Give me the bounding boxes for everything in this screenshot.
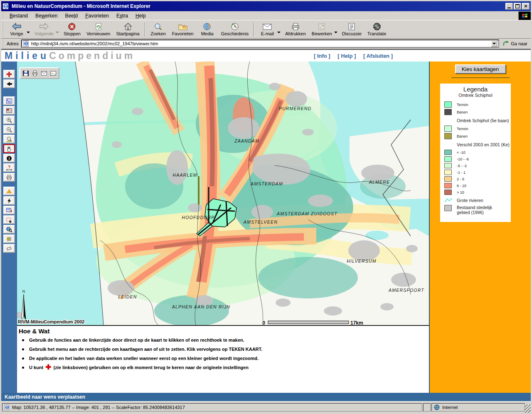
grid-highlight-icon [6, 236, 12, 242]
print-map-button[interactable] [30, 69, 39, 77]
go-button[interactable]: Ga naar [499, 40, 531, 47]
address-url[interactable]: http://milntj34.rivm.nl/website/mc2002/m… [31, 41, 491, 46]
legend-item-rivers: Grote rivieren [444, 197, 511, 203]
menu-favorieten[interactable]: Favorieten [81, 12, 113, 20]
info-link[interactable]: [ Info ] [314, 53, 330, 59]
legend-swatch [444, 176, 452, 182]
standard-toolbar: Vorige Volgende Stoppen Vernieuwen Start… [1, 20, 531, 39]
menu-bestand[interactable]: Bestand [6, 12, 32, 20]
legend-item: -1 - 1 [444, 170, 511, 175]
address-bar: Adres http://milntj34.rivm.nl/website/mc… [1, 39, 531, 49]
back-button[interactable]: Vorige [6, 21, 27, 38]
exit-link[interactable]: [ Afsluiten ] [363, 53, 393, 59]
select-tool[interactable] [3, 215, 15, 224]
menu-grip[interactable] [2, 12, 4, 19]
schiphol-noise-map[interactable]: PURMEREND ZAANDAM HAARLEM AMSTERDAM ALME… [17, 62, 429, 325]
search-button[interactable]: Zoeken [148, 21, 169, 38]
mail-dropdown[interactable] [277, 32, 281, 33]
hoe-wat-title: Hoe & Wat [19, 328, 429, 335]
find-tool[interactable] [3, 225, 15, 234]
menu-help[interactable]: Help [132, 12, 150, 20]
edit-dropdown[interactable] [334, 32, 337, 33]
forward-button[interactable]: Volgende [32, 21, 57, 38]
city-label: AMERSFOORT [388, 288, 424, 293]
forward-dropdown[interactable] [56, 32, 59, 33]
resize-grip[interactable] [525, 404, 531, 413]
redraw-tool[interactable] [3, 187, 15, 195]
menu-bewerken[interactable]: Bewerken [32, 12, 61, 20]
measure-tool[interactable] [3, 163, 15, 172]
legend-swatch [444, 150, 452, 155]
legend-panel: Legenda Omtrek Schiphol Terrein Banen Om… [440, 84, 511, 222]
translate-button[interactable]: Translate [365, 21, 389, 38]
choose-layers-button[interactable]: Kies kaartlagen [455, 64, 506, 74]
reset-cross-icon [6, 71, 12, 77]
email-map-button[interactable] [39, 69, 49, 77]
stop-button[interactable]: Stoppen [61, 21, 84, 38]
print-button[interactable]: Afdrukken [282, 21, 309, 38]
address-field[interactable]: http://milntj34.rivm.nl/website/mc2002/m… [21, 39, 500, 48]
city-label: AMSTERDAM [250, 181, 283, 186]
image-export-button[interactable] [49, 69, 58, 77]
maximize-button[interactable] [514, 3, 521, 10]
app-status-bar: Kaartbeeld naar wens verplaatsen [1, 393, 531, 401]
refresh-button[interactable]: Vernieuwen [84, 21, 113, 38]
zoom-in-tool[interactable] [3, 116, 15, 124]
eraser-icon [6, 246, 12, 251]
home-button[interactable]: Startpagina [113, 21, 142, 38]
menu-beeld[interactable]: Beeld [61, 12, 81, 20]
close-button[interactable] [522, 3, 530, 10]
address-label: Adres [7, 41, 19, 46]
legend-tool[interactable] [3, 96, 15, 105]
erase-tool[interactable] [3, 244, 15, 253]
address-dropdown[interactable] [491, 40, 498, 47]
legend-swatch [444, 156, 452, 162]
grid-tool[interactable] [3, 234, 15, 243]
minimize-button[interactable] [505, 3, 513, 10]
hoe-wat-bullet: U kunt✚(zie linksboven) gebruiken om op … [21, 365, 429, 370]
legend-heading: Verschil 2003 en 2001 (Ke) [457, 142, 511, 147]
address-grip[interactable] [2, 39, 4, 47]
discuss-button[interactable]: Discussie [339, 21, 365, 38]
zoom-out-tool[interactable] [3, 125, 15, 134]
back-dropdown[interactable] [27, 32, 30, 33]
header-links: [ Info ] [ Help ] [ Afsluiten ] [308, 53, 393, 59]
help-link[interactable]: [ Help ] [337, 53, 356, 59]
save-map-button[interactable] [21, 69, 30, 77]
app-status-text: Kaartbeeld naar wens verplaatsen [5, 394, 85, 400]
mail-button[interactable]: E-mail [256, 21, 278, 38]
site-logo: MilieuCompendium [5, 50, 135, 62]
back-extent-tool[interactable] [3, 79, 15, 88]
history-button[interactable]: Geschiedenis [218, 21, 252, 38]
legend-item: 6 - 10 [444, 183, 511, 188]
zoom-extent-icon [6, 136, 12, 142]
reset-tool[interactable] [3, 70, 15, 79]
edit-button[interactable]: Bewerken [309, 21, 335, 38]
center-column: PURMEREND ZAANDAM HAARLEM AMSTERDAM ALME… [17, 62, 429, 393]
map-viewport[interactable]: PURMEREND ZAANDAM HAARLEM AMSTERDAM ALME… [17, 62, 429, 326]
overview-tool[interactable] [3, 106, 15, 115]
legend-item: Terrein [444, 101, 511, 108]
legend-swatch [444, 190, 452, 195]
menu-extra[interactable]: Extra [113, 12, 132, 20]
measure-icon [6, 165, 12, 171]
legend-item: -5 - -2 [444, 163, 511, 168]
redraw-triangle-icon [6, 188, 12, 194]
toolbar-grip[interactable] [2, 22, 4, 36]
info-tool[interactable] [3, 154, 15, 163]
layer-sidebar: Kies kaartlagen Legenda Omtrek Schiphol … [429, 62, 531, 393]
favorites-button[interactable]: Favorieten [169, 21, 197, 38]
bullet-dot [22, 339, 24, 341]
legend-swatch [444, 205, 452, 211]
edit-icon [317, 22, 327, 31]
quick-zoom-tool[interactable] [3, 196, 15, 205]
pan-tool[interactable] [3, 144, 15, 153]
zoom-extent-tool[interactable] [3, 135, 15, 143]
query-tool[interactable] [3, 206, 15, 214]
river-line-icon [444, 197, 453, 203]
discuss-icon [347, 22, 357, 31]
legend-item: < -10 [444, 150, 511, 155]
print-map-tool[interactable] [3, 173, 15, 182]
media-button[interactable]: Media [197, 21, 218, 38]
site-header: MilieuCompendium [ Info ] [ Help ] [ Afs… [1, 50, 531, 62]
